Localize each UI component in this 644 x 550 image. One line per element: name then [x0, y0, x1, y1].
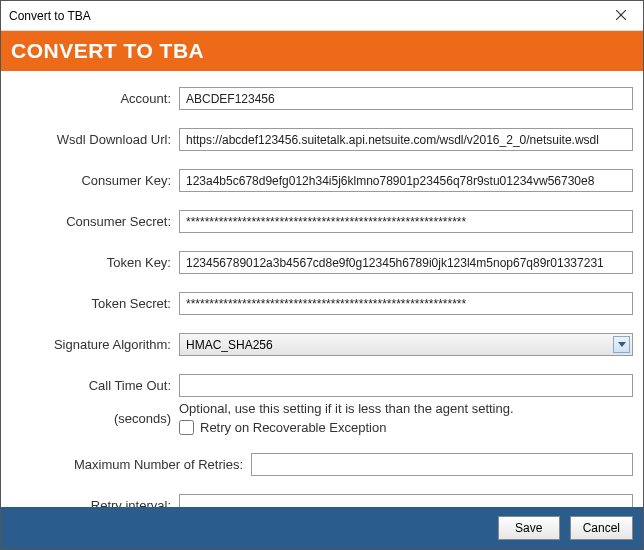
token-secret-label: Token Secret:	[11, 296, 179, 311]
consumer-key-input[interactable]	[179, 169, 633, 192]
token-key-input[interactable]	[179, 251, 633, 274]
call-timeout-hint: Optional, use this setting if it is less…	[179, 401, 514, 416]
consumer-secret-label: Consumer Secret:	[11, 214, 179, 229]
footer: Save Cancel	[1, 507, 643, 549]
signature-algorithm-label: Signature Algorithm:	[11, 337, 179, 352]
close-icon	[616, 8, 626, 23]
call-timeout-units: (seconds)	[11, 411, 179, 426]
retry-interval-label: Retry interval:	[11, 498, 179, 507]
token-key-label: Token Key:	[11, 255, 179, 270]
retry-interval-input[interactable]	[179, 494, 633, 507]
max-retries-input[interactable]	[251, 453, 633, 476]
form-content: Account: Wsdl Download Url: Consumer Key…	[1, 71, 643, 507]
dialog-window: Convert to TBA CONVERT TO TBA Account: W…	[0, 0, 644, 550]
account-label: Account:	[11, 91, 179, 106]
account-input[interactable]	[179, 87, 633, 110]
token-secret-input[interactable]	[179, 292, 633, 315]
consumer-secret-input[interactable]	[179, 210, 633, 233]
save-button[interactable]: Save	[498, 516, 560, 540]
wsdl-input[interactable]	[179, 128, 633, 151]
max-retries-label: Maximum Number of Retries:	[11, 457, 251, 472]
banner: CONVERT TO TBA	[1, 31, 643, 71]
cancel-button[interactable]: Cancel	[570, 516, 633, 540]
banner-title: CONVERT TO TBA	[11, 39, 204, 62]
window-title: Convert to TBA	[9, 9, 91, 23]
wsdl-label: Wsdl Download Url:	[11, 132, 179, 147]
call-timeout-input[interactable]	[179, 374, 633, 397]
call-timeout-label: Call Time Out:	[11, 378, 179, 393]
signature-algorithm-select[interactable]: HMAC_SHA256	[179, 333, 633, 356]
retry-recoverable-label: Retry on Recoverable Exception	[200, 420, 386, 435]
consumer-key-label: Consumer Key:	[11, 173, 179, 188]
close-button[interactable]	[598, 1, 643, 31]
retry-recoverable-checkbox[interactable]	[179, 420, 194, 435]
titlebar: Convert to TBA	[1, 1, 643, 31]
